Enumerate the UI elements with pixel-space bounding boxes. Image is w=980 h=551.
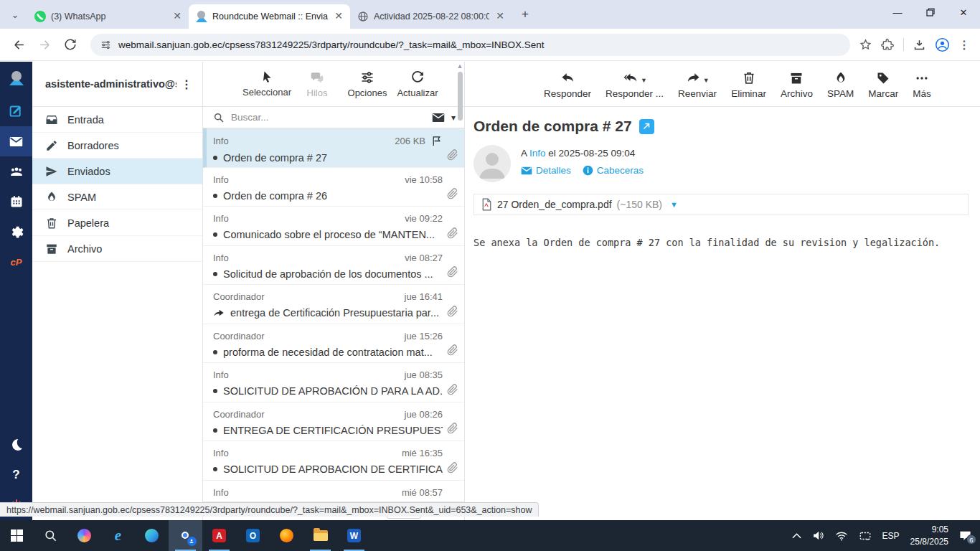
notification-center-button[interactable]: 6 [959,530,971,541]
settings-gear-icon[interactable] [0,217,32,247]
forward-dropdown-icon[interactable]: ▼ [703,77,710,84]
reply-all-dropdown-icon[interactable]: ▼ [641,77,647,84]
tab-close-icon[interactable]: ✕ [171,11,183,22]
recipient-link[interactable]: Info [529,148,546,159]
list-scrollbar[interactable]: ▲ ▼ [456,62,463,519]
dark-mode-moon-icon[interactable] [0,430,32,460]
tab-close-icon[interactable]: ✕ [494,11,506,22]
archive-box-icon [45,242,58,255]
scope-envelope-icon[interactable] [432,113,445,123]
copilot-button[interactable] [67,520,101,551]
archive-button[interactable]: Archivo [773,70,820,99]
options-button[interactable]: Opciones [344,70,391,98]
compose-icon[interactable] [0,96,32,126]
spam-button[interactable]: SPAM [820,70,861,99]
bookmark-star-icon[interactable] [859,38,872,52]
reply-button[interactable]: Responder [537,70,598,99]
details-link[interactable]: Detalles [521,165,571,176]
reload-button[interactable] [59,33,82,56]
word-button[interactable]: W [337,520,371,551]
select-button[interactable]: Seleccionar [243,70,291,98]
edge-button[interactable] [135,520,169,551]
message-date-or-size: jue 16:41 [405,291,443,302]
back-button[interactable] [7,33,30,56]
scroll-up-icon[interactable]: ▲ [457,62,463,70]
firefox-button[interactable] [270,520,303,551]
mark-button[interactable]: Marcar [861,70,905,99]
internet-explorer-button[interactable]: e [101,520,135,551]
scrollbar-thumb[interactable] [458,72,463,121]
tab-close-icon[interactable]: ✕ [333,11,344,22]
tab-roundcube[interactable]: Roundcube Webmail :: Enviados ✕ [189,4,350,29]
profile-icon[interactable] [935,37,950,52]
site-settings-icon[interactable] [100,39,111,50]
tab-actividad[interactable]: Actividad 2025-08-22 08:00:00 ✕ [350,4,512,29]
folder-archivo[interactable]: Archivo [32,236,202,262]
extensions-icon[interactable] [881,38,895,52]
volume-icon[interactable] [812,530,824,541]
more-button[interactable]: Más [905,70,938,99]
message-list-item[interactable]: Coordinador jue 08:26 ENTREGA DE CERTIFI… [203,402,464,442]
message-list-item[interactable]: Info 206 KB Orden de compra # 27 [203,128,464,168]
start-button[interactable] [0,520,34,551]
reply-all-button[interactable]: ▼ Responder ... [598,70,671,99]
attachment-name[interactable]: 27 Orden_de_compra.pdf [497,199,612,210]
message-list-item[interactable]: Info vie 10:58 Orden de compra # 26 [203,168,464,207]
folder-papelera[interactable]: Papelera [32,210,202,236]
new-tab-button[interactable]: + [516,5,534,24]
message-list-item[interactable]: Coordinador jue 15:26 proforma de necesi… [203,324,464,364]
message-list-item[interactable]: Info jue 08:35 SOLICITUD DE APROBACIÓN D… [203,363,464,402]
threads-button[interactable]: Hilos [293,70,341,98]
whatsapp-icon [34,11,46,22]
cast-display-icon[interactable] [859,531,872,541]
window-controls: — ✕ [881,0,980,24]
menu-kebab-icon[interactable]: ⋮ [958,38,970,52]
url-bar[interactable]: webmail.sanjuan.gob.ec/cpsess7831249225/… [90,34,850,56]
minimize-button[interactable]: — [881,0,914,24]
delete-button[interactable]: Eliminar [724,70,773,99]
refresh-button[interactable]: Actualizar [394,70,441,98]
attachment-row[interactable]: 27 Orden_de_compra.pdf (~150 KB) ▼ [473,194,969,215]
taskbar-search-button[interactable] [34,520,67,551]
acrobat-button[interactable]: A [202,520,236,551]
folder-enviados[interactable]: Enviados [32,159,202,184]
tab-search-button[interactable]: ⌄ [6,5,24,24]
search-options-chevron-icon[interactable]: ▾ [451,113,456,123]
message-list-item[interactable]: Info vie 09:22 Comunicado sobre el proce… [203,207,464,246]
folder-entrada[interactable]: Entrada [32,107,202,133]
tray-chevron-icon[interactable] [792,532,801,539]
mail-icon[interactable] [0,126,32,156]
contacts-icon[interactable] [0,156,32,187]
message-list-item[interactable]: Coordinador jue 16:41 entrega de Certifi… [203,285,464,324]
folder-borradores[interactable]: Borradores [32,133,202,159]
taskbar-clock[interactable]: 9:05 25/8/2025 [910,524,948,547]
forward-button[interactable] [33,33,56,56]
headers-link[interactable]: Cabeceras [583,165,644,176]
tab-whatsapp[interactable]: (3) WhatsApp ✕ [27,4,189,29]
help-icon[interactable]: ? [0,460,32,490]
folder-spam[interactable]: SPAM [32,184,202,210]
forward-button[interactable]: ▼ Reenviar [671,70,724,99]
chrome-button[interactable] [169,520,202,551]
message-date-or-size: jue 15:26 [405,331,443,342]
language-indicator[interactable]: ESP [882,531,900,541]
cpanel-icon[interactable]: cP [0,247,32,277]
outlook-button[interactable]: O [236,520,270,551]
account-menu-kebab-icon[interactable]: ⋮ [176,77,197,91]
close-button[interactable]: ✕ [947,0,980,24]
restore-button[interactable] [914,0,947,24]
open-in-new-window-icon[interactable] [639,119,654,134]
roundcube-logo-icon[interactable] [0,62,32,96]
message-list-item[interactable]: Info vie 08:27 Solicitud de aprobación d… [203,246,464,286]
search-input[interactable] [231,112,425,123]
downloads-icon[interactable] [913,38,926,52]
unread-dot-icon [213,350,217,354]
attachment-dropdown-icon[interactable]: ▼ [670,200,678,209]
flag-icon[interactable] [430,135,443,147]
calendar-icon[interactable] [0,187,32,217]
url-text[interactable]: webmail.sanjuan.gob.ec/cpsess7831249225/… [118,39,545,50]
message-list-item[interactable]: Info mié 16:35 SOLICITUD DE APROBACION D… [203,441,464,481]
wifi-icon[interactable] [835,531,848,541]
file-explorer-button[interactable] [303,520,337,551]
message-title: Orden de compra # 27 [473,118,632,135]
